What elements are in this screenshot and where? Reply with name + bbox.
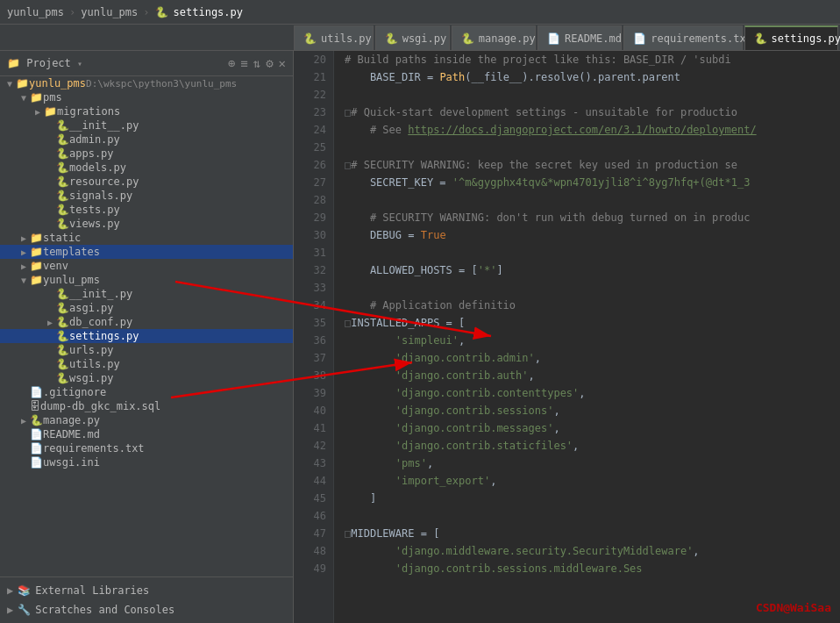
code-line-44: 'import_export', (345, 472, 829, 490)
code-line-30: DEBUG = True (345, 226, 829, 244)
code-line-42: 'django.contrib.staticfiles', (345, 437, 829, 455)
scratches-consoles[interactable]: ▶ 🔧 Scratches and Consoles (0, 600, 293, 619)
ln45: 45 (297, 490, 326, 507)
external-libraries[interactable]: ▶ 📚 External Libraries (0, 581, 293, 600)
tree-pms-init[interactable]: 🐍 __init__.py (0, 118, 293, 132)
tree-utils-file[interactable]: 🐍 utils.py (0, 357, 293, 371)
tab-requirements-icon: 📄 (633, 32, 646, 45)
tree-models[interactable]: 🐍 models.py (0, 161, 293, 175)
scratches-arrow: ▶ (7, 604, 13, 616)
line-numbers: 20 21 22 23 24 25 26 27 28 29 30 31 32 3… (294, 51, 334, 623)
code-editor[interactable]: # Build paths inside the project like th… (334, 51, 840, 623)
settings-icon[interactable]: ⚙ (266, 56, 273, 70)
code-line-43: 'pms', (345, 455, 829, 472)
venv-label: venv (43, 260, 68, 272)
tree-urls[interactable]: 🐍 urls.py (0, 343, 293, 357)
tab-utils-label: utils.py (321, 32, 372, 45)
code-line-20: # Build paths inside the project like th… (345, 51, 829, 68)
ln29: 29 (297, 209, 326, 226)
code-line-36: 'simpleui', (345, 332, 829, 349)
tree-signals[interactable]: 🐍 signals.py (0, 189, 293, 203)
tab-requirements[interactable]: 📄 requirements.txt ✕ (623, 25, 742, 50)
code-line-28 (345, 191, 829, 209)
code-line-40: 'django.contrib.sessions', (345, 402, 829, 419)
ln43: 43 (297, 455, 326, 472)
sidebar-bottom: ▶ 📚 External Libraries ▶ 🔧 Scratches and… (0, 576, 293, 623)
ln44: 44 (297, 472, 326, 490)
migrations-label: migrations (57, 105, 120, 118)
editor-area: 20 21 22 23 24 25 26 27 28 29 30 31 32 3… (294, 51, 840, 623)
close-sidebar-icon[interactable]: ✕ (279, 56, 286, 70)
tab-settings[interactable]: 🐍 settings.py ✕ (744, 25, 838, 50)
ln41: 41 (297, 419, 326, 437)
libraries-arrow: ▶ (7, 584, 13, 597)
tab-requirements-label: requirements.txt (651, 32, 752, 45)
tree-gitignore[interactable]: 📄 .gitignore (0, 385, 293, 399)
pms-init-icon: 🐍 (56, 119, 69, 132)
tree-managepy[interactable]: ▶ 🐍 manage.py (0, 413, 293, 427)
tree-wsgi-file[interactable]: 🐍 wsgi.py (0, 371, 293, 385)
code-line-49: 'django.contrib.sessions.middleware.Ses (345, 560, 829, 577)
tree-asgi[interactable]: 🐍 asgi.py (0, 301, 293, 315)
tab-manage[interactable]: 🐍 manage.py ✕ (452, 25, 536, 50)
code-line-22 (345, 86, 829, 104)
title-file: settings.py (174, 6, 243, 18)
tree-pms[interactable]: ▼ 📁 pms (0, 90, 293, 104)
migrations-arrow: ▶ (32, 107, 44, 117)
ln32: 32 (297, 261, 326, 279)
ln23: 23 (297, 104, 326, 121)
ln42: 42 (297, 437, 326, 455)
tree-dbconf[interactable]: ▶ 🐍 db_conf.py (0, 315, 293, 329)
tab-manage-icon: 🐍 (461, 32, 474, 45)
editor-content: 20 21 22 23 24 25 26 27 28 29 30 31 32 3… (294, 51, 840, 623)
tree-venv[interactable]: ▶ 📁 venv (0, 259, 293, 273)
tree-apps[interactable]: 🐍 apps.py (0, 147, 293, 161)
ln46: 46 (297, 507, 326, 525)
tree-requirementstxt[interactable]: 📄 requirements.txt (0, 441, 293, 455)
expand-icon[interactable]: ⇅ (253, 56, 260, 70)
root-label: yunlu_pms (29, 77, 86, 90)
ln39: 39 (297, 384, 326, 402)
tab-wsgi-label: wsgi.py (402, 32, 447, 45)
tree-resource[interactable]: 🐍 resource.py (0, 175, 293, 189)
ln49: 49 (297, 560, 326, 577)
ln30: 30 (297, 226, 326, 244)
code-line-33 (345, 279, 829, 297)
tree-migrations[interactable]: ▶ 📁 migrations (0, 104, 293, 118)
sort-icon[interactable]: ≡ (240, 56, 247, 70)
ln24: 24 (297, 121, 326, 139)
tree-admin[interactable]: 🐍 admin.py (0, 132, 293, 147)
ln21: 21 (297, 68, 326, 86)
tree-views[interactable]: 🐍 views.py (0, 217, 293, 231)
ln38: 38 (297, 367, 326, 384)
tree-readmemd[interactable]: 📄 README.md (0, 427, 293, 441)
ln20: 20 (297, 51, 326, 68)
tree-static[interactable]: ▶ 📁 static (0, 231, 293, 245)
sidebar: 📁 Project ▾ ⊕ ≡ ⇅ ⚙ ✕ ▼ 📁 yunlu_pms (0, 51, 294, 623)
templates-label: templates (43, 246, 100, 258)
tree-yunlu-sub[interactable]: ▼ 📁 yunlu_pms (0, 273, 293, 287)
add-icon[interactable]: ⊕ (228, 56, 235, 70)
code-line-27: SECRET_KEY = '^m&gygphx4tqv&*wpn4701yjli… (345, 174, 829, 191)
tree-tests[interactable]: 🐍 tests.py (0, 203, 293, 217)
title-sep2: › (143, 6, 149, 18)
tab-utils[interactable]: 🐍 utils.py ✕ (294, 25, 374, 50)
resource-label: resource.py (69, 175, 139, 188)
pms-label: pms (43, 91, 62, 104)
tree-settings-file[interactable]: 🐍 settings.py (0, 329, 293, 343)
title-bar: yunlu_pms › yunlu_pms › 🐍 settings.py (0, 0, 840, 25)
tab-wsgi[interactable]: 🐍 wsgi.py ✕ (375, 25, 450, 50)
root-folder-icon: 📁 (16, 77, 29, 90)
tree-templates[interactable]: ▶ 📁 templates (0, 245, 293, 259)
yunlu-sub-label: yunlu_pms (43, 274, 100, 286)
tree-sql[interactable]: 🗄 dump-db_gkc_mix.sql (0, 399, 293, 413)
code-line-21: BASE_DIR = Path(__file__).resolve().pare… (345, 68, 829, 86)
ln28: 28 (297, 191, 326, 209)
sidebar-tree: ▼ 📁 yunlu_pms D:\wkspc\python3\yunlu_pms… (0, 76, 293, 576)
tree-uwsgi[interactable]: 📄 uwsgi.ini (0, 455, 293, 469)
models-label: models.py (69, 161, 126, 174)
tab-readme[interactable]: 📄 README.md ✕ (537, 25, 622, 50)
ln48: 48 (297, 542, 326, 560)
tree-yunlu-init[interactable]: 🐍 __init_.py (0, 287, 293, 301)
tree-root[interactable]: ▼ 📁 yunlu_pms D:\wkspc\python3\yunlu_pms (0, 76, 293, 90)
